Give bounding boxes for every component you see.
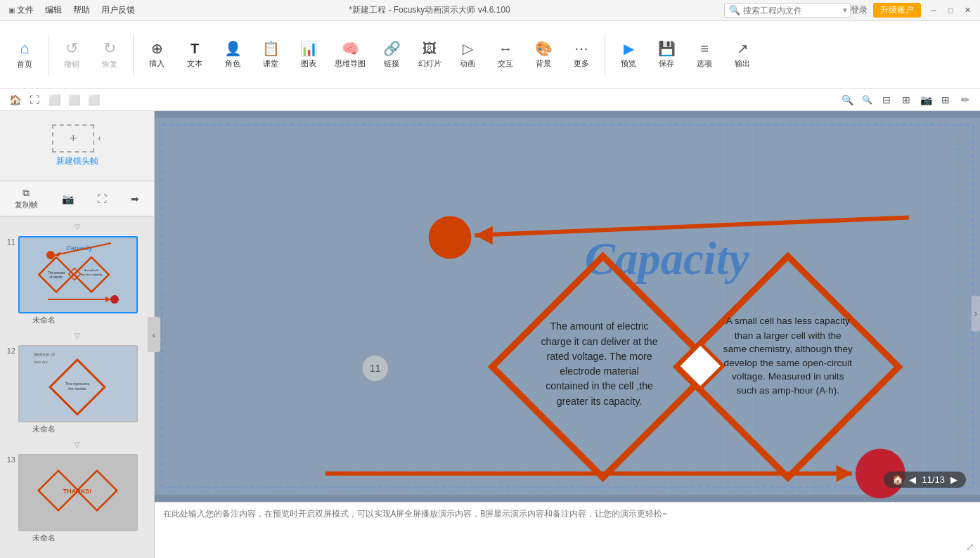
search-dropdown-icon[interactable]: ▼	[842, 6, 849, 14]
home-icon: ⌂	[20, 39, 29, 58]
login-button[interactable]: 登录	[851, 4, 868, 16]
window-controls: ─ □ ✕	[927, 5, 974, 16]
sub-edit-btn[interactable]: ✏	[956, 91, 974, 109]
frame-actions-bar: ⧉ 复制帧 📷 ⛶ ➡	[0, 181, 154, 216]
close-button[interactable]: ✕	[960, 5, 974, 16]
toolbar-role[interactable]: 👤 角色	[215, 37, 250, 72]
menu-file[interactable]: 文件	[17, 4, 34, 16]
slide-thumb-12[interactable]: lifetime of batt ery This represents the…	[18, 345, 138, 422]
menu-help[interactable]: 帮助	[73, 4, 90, 16]
copy-frame-icon: ⧉	[22, 187, 30, 199]
slide-item-13[interactable]: 13 THANKS! 未命名	[3, 451, 151, 546]
sub-copy-btn[interactable]: ⬜	[65, 91, 83, 109]
copy-frame-label: 复制帧	[15, 200, 38, 210]
screenshot-icon: 📷	[62, 193, 74, 205]
titlebar-right: 登录 升级账户 ─ □ ✕	[851, 3, 974, 18]
toolbar-divider-1	[48, 34, 49, 76]
slide-thumb-11[interactable]: Capacity	[18, 236, 138, 313]
fit-frame-icon: ⛶	[97, 193, 107, 205]
toolbar-redo[interactable]: ↻ 恢复	[92, 37, 127, 72]
toolbar-chart[interactable]: 📊 图表	[291, 37, 326, 72]
fit-frame-btn[interactable]: ⛶	[94, 192, 110, 206]
left-panel-collapse-btn[interactable]: ‹	[148, 317, 160, 352]
notes-expand-btn[interactable]: ⤢	[966, 541, 974, 552]
sub-grid-btn[interactable]: ⊞	[936, 91, 955, 109]
slide-separator-13[interactable]: ▽	[3, 437, 151, 451]
sub-zoom-in-btn[interactable]: 🔍	[838, 91, 856, 109]
toolbar-slideshow[interactable]: 🖼 幻灯片	[412, 38, 447, 72]
slide-nav-prev-btn[interactable]: ◀	[909, 474, 916, 485]
sub-fit-btn[interactable]: ⛶	[25, 91, 44, 109]
slide-separator-11[interactable]: ▽	[3, 219, 151, 233]
role-label: 角色	[225, 58, 240, 69]
toolbar-interact[interactable]: ↔ 交互	[488, 38, 523, 72]
minimize-button[interactable]: ─	[927, 5, 941, 16]
mindmap-label: 思维导图	[335, 58, 366, 69]
svg-text:A small cell: A small cell	[84, 268, 98, 272]
export-label: 输出	[735, 58, 750, 69]
role-icon: 👤	[224, 40, 242, 57]
insert-icon: ⊕	[151, 40, 163, 57]
animation-label: 动画	[460, 58, 475, 69]
chart-icon: 📊	[300, 40, 318, 57]
sub-home-btn[interactable]: 🏠	[6, 91, 24, 109]
new-frame-button[interactable]: + + 新建镜头帧	[0, 111, 154, 181]
more-icon: ⋯	[574, 40, 588, 57]
canvas-area: Capacity The amount of electric charge i…	[155, 111, 980, 558]
slide-nav-next-btn[interactable]: ▶	[950, 474, 958, 485]
sub-paste-btn[interactable]: ⬜	[84, 91, 103, 109]
toolbar-mindmap[interactable]: 🧠 思维导图	[329, 37, 371, 72]
toolbar-link[interactable]: 🔗 链接	[374, 37, 409, 72]
toolbar-background[interactable]: 🎨 背景	[526, 37, 561, 72]
screenshot-btn[interactable]: 📷	[59, 192, 77, 206]
main-area: + + 新建镜头帧 ⧉ 复制帧 📷 ⛶ ➡ ▽	[0, 111, 980, 558]
next-frame-btn[interactable]: ➡	[128, 192, 142, 206]
notes-input[interactable]	[163, 508, 972, 552]
toolbar-home[interactable]: ⌂ 首页	[7, 37, 42, 72]
upgrade-button[interactable]: 升级账户	[873, 3, 921, 18]
search-box[interactable]: 🔍 ▼	[724, 3, 851, 18]
sub-align-btn[interactable]: ⊞	[897, 91, 915, 109]
sub-fit-view-btn[interactable]: ⊟	[877, 91, 896, 109]
toolbar-options[interactable]: ≡ 选项	[687, 38, 722, 72]
slide-nav-home-icon[interactable]: 🏠	[892, 474, 903, 485]
search-input[interactable]	[743, 6, 842, 15]
toolbar-save[interactable]: 💾 保存	[649, 37, 684, 72]
slide-name-13: 未命名	[18, 533, 138, 543]
sub-camera-btn[interactable]: 📷	[917, 91, 935, 109]
svg-text:batt ery: batt ery	[34, 360, 48, 364]
menu-edit[interactable]: 编辑	[45, 4, 62, 16]
toolbar-undo[interactable]: ↺ 撤销	[54, 37, 89, 72]
slide-item-11[interactable]: 11 Capacity	[3, 233, 151, 328]
slide-thumb-13[interactable]: THANKS!	[18, 454, 138, 531]
toolbar-preview[interactable]: ▶ 预览	[611, 37, 646, 72]
new-frame-size-icon: +	[97, 134, 101, 143]
sub-zoom-out-btn[interactable]: 🔍	[858, 91, 876, 109]
toolbar-insert[interactable]: ⊕ 插入	[139, 37, 174, 72]
export-icon: ↗	[737, 40, 749, 57]
slide-item-12[interactable]: 12 lifetime of batt ery This represents …	[3, 342, 151, 437]
search-icon: 🔍	[729, 5, 740, 15]
toolbar-export[interactable]: ↗ 输出	[725, 37, 760, 72]
save-label: 保存	[659, 58, 674, 69]
add-slide-between-12-13-icon: ▽	[72, 439, 83, 450]
maximize-button[interactable]: □	[943, 5, 958, 16]
toolbar-text[interactable]: T 文本	[177, 38, 212, 72]
lesson-icon: 📋	[262, 40, 280, 57]
mindmap-icon: 🧠	[342, 40, 359, 57]
sub-select-btn[interactable]: ⬜	[45, 91, 63, 109]
options-label: 选项	[697, 58, 712, 69]
copy-frame-btn[interactable]: ⧉ 复制帧	[12, 186, 41, 212]
toolbar-more[interactable]: ⋯ 更多	[564, 37, 599, 72]
canvas-content[interactable]: Capacity The amount of electric charge i…	[155, 111, 980, 502]
slide-name-12: 未命名	[18, 424, 138, 434]
next-frame-icon: ➡	[131, 193, 139, 205]
slide-separator-12[interactable]: ▽	[3, 328, 151, 342]
toolbar-lesson[interactable]: 📋 课堂	[253, 37, 288, 72]
preview-label: 预览	[621, 58, 636, 69]
svg-text:lifetime of: lifetime of	[34, 352, 55, 357]
slideshow-label: 幻灯片	[418, 58, 441, 69]
menu-feedback[interactable]: 用户反馈	[101, 4, 135, 16]
toolbar-animation[interactable]: ▷ 动画	[450, 37, 485, 72]
svg-text:The amount: The amount	[48, 271, 65, 275]
